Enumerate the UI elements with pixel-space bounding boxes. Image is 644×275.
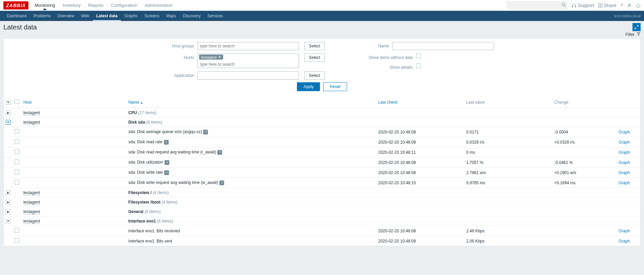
- topnav-item-administration[interactable]: Administration: [145, 1, 172, 10]
- host-link[interactable]: testagent: [23, 110, 40, 115]
- expand-group-icon[interactable]: ▶: [6, 200, 10, 205]
- item-lastcheck: 2020-02-20 10:48:08: [378, 239, 416, 244]
- filter-funnel-icon[interactable]: [637, 32, 641, 37]
- graph-link[interactable]: Graph: [619, 160, 630, 165]
- help-icon[interactable]: ?: [620, 3, 623, 8]
- withoutdata-checkbox[interactable]: [416, 54, 421, 58]
- share-link[interactable]: Z Share: [598, 3, 616, 8]
- subnav-item-web[interactable]: Web: [78, 11, 92, 21]
- item-checkbox[interactable]: [15, 139, 19, 144]
- subnav-item-screens[interactable]: Screens: [141, 11, 163, 21]
- hostgroups-label: Host groups: [150, 42, 194, 48]
- graph-link[interactable]: Graph: [619, 229, 630, 233]
- subnav-item-dashboard[interactable]: Dashboard: [3, 11, 30, 21]
- topnav-item-configuration[interactable]: Configuration: [111, 1, 137, 10]
- application-input[interactable]: [197, 71, 299, 80]
- subnav-item-problems[interactable]: Problems: [30, 11, 54, 21]
- user-icon[interactable]: [627, 3, 632, 8]
- apply-button[interactable]: Apply: [297, 82, 320, 91]
- application-select-button[interactable]: Select: [304, 71, 324, 80]
- expand-group-icon[interactable]: ▶: [6, 190, 10, 195]
- group-row: ▶testagentGeneral (8 Items): [4, 207, 640, 216]
- support-link[interactable]: Support: [572, 3, 594, 8]
- topnav-item-monitoring[interactable]: Monitoring: [35, 1, 55, 10]
- graph-link[interactable]: Graph: [619, 181, 630, 185]
- sort-asc-icon: ▲: [140, 101, 143, 104]
- item-checkbox[interactable]: [15, 238, 19, 243]
- graph-link[interactable]: Graph: [619, 170, 630, 175]
- header-name[interactable]: Name▲: [128, 100, 143, 105]
- host-tag[interactable]: testagent ✕: [199, 55, 223, 60]
- hosts-input[interactable]: testagent ✕: [197, 54, 299, 68]
- expand-group-icon[interactable]: ▶: [6, 110, 10, 115]
- filter-toggle-row: Filter: [0, 32, 644, 38]
- expand-group-icon[interactable]: ▼: [6, 219, 10, 224]
- svg-line-4: [637, 25, 638, 27]
- topnav-item-reports[interactable]: Reports: [88, 1, 104, 10]
- hostgroups-text[interactable]: [199, 43, 297, 49]
- item-change: +0.1694 ms: [554, 181, 576, 185]
- item-checkbox[interactable]: [15, 149, 19, 154]
- subnav-item-graphs[interactable]: Graphs: [121, 11, 141, 21]
- hosts-text[interactable]: [199, 62, 297, 67]
- host-link[interactable]: testagent: [23, 120, 40, 125]
- item-checkbox[interactable]: [15, 129, 19, 134]
- hostgroups-input[interactable]: [197, 42, 299, 50]
- item-checkbox[interactable]: [15, 170, 19, 174]
- global-search[interactable]: [507, 1, 567, 9]
- topnav-item-inventory[interactable]: Inventory: [63, 1, 81, 10]
- power-icon[interactable]: [636, 3, 641, 8]
- subnav-item-maps[interactable]: Maps: [163, 11, 179, 21]
- graph-link[interactable]: Graph: [619, 239, 630, 244]
- subnav-item-overview[interactable]: Overview: [54, 11, 78, 21]
- host-link[interactable]: testagent: [23, 190, 40, 195]
- item-checkbox[interactable]: [15, 180, 19, 185]
- hosts-select-button[interactable]: Select: [304, 54, 324, 62]
- host-link[interactable]: testagent: [23, 209, 40, 214]
- hostgroups-select-button[interactable]: Select: [304, 42, 324, 50]
- hint-icon[interactable]: ?: [217, 150, 222, 155]
- hosts-label: Hosts: [150, 54, 194, 60]
- details-checkbox[interactable]: [416, 63, 421, 68]
- graph-link[interactable]: Graph: [619, 130, 630, 134]
- host-link[interactable]: testagent: [23, 219, 40, 224]
- graph-link[interactable]: Graph: [619, 150, 630, 155]
- subnav-item-discovery[interactable]: Discovery: [179, 11, 204, 21]
- hint-icon[interactable]: ?: [165, 160, 169, 165]
- header-host[interactable]: Host: [23, 100, 32, 105]
- host-link[interactable]: testagent: [23, 200, 40, 205]
- select-all-checkbox[interactable]: [15, 99, 19, 104]
- item-lastvalue: 0 ms: [466, 150, 475, 155]
- logo[interactable]: ZABBIX: [3, 1, 28, 9]
- hint-icon[interactable]: ?: [203, 130, 208, 134]
- host-tag-remove-icon[interactable]: ✕: [218, 55, 221, 59]
- name-input[interactable]: [392, 42, 494, 50]
- item-row: sda: Disk average queue size (avgqu-sz)?…: [4, 127, 640, 137]
- expand-group-icon[interactable]: ▼: [6, 120, 10, 125]
- expand-group-icon[interactable]: ▶: [6, 209, 10, 214]
- expand-all-icon[interactable]: ▼: [6, 100, 10, 105]
- item-lastcheck: 2020-02-20 10:48:08: [378, 160, 416, 165]
- subnav-item-latest-data[interactable]: Latest data: [93, 11, 121, 21]
- support-label: Support: [578, 3, 594, 8]
- item-change: +0.2901 w/s: [554, 170, 576, 175]
- fullscreen-button[interactable]: [632, 23, 641, 31]
- reset-button[interactable]: Reset: [323, 82, 347, 91]
- hint-icon[interactable]: ?: [219, 181, 224, 185]
- header-change: Change: [554, 100, 568, 105]
- top-nav: MonitoringInventoryReportsConfigurationA…: [35, 1, 507, 10]
- hint-icon[interactable]: ?: [164, 140, 169, 145]
- item-row: sda: Disk read rate?2020-02-20 10:48:080…: [4, 137, 640, 147]
- item-name: sda: Disk average queue size (avgqu-sz): [128, 129, 202, 134]
- item-lastvalue: 1.7057 %: [466, 160, 484, 165]
- item-name: Interface eno1: Bits sent: [128, 239, 172, 244]
- svg-line-1: [564, 5, 566, 7]
- search-icon[interactable]: [561, 2, 566, 8]
- item-checkbox[interactable]: [15, 228, 19, 233]
- graph-link[interactable]: Graph: [619, 140, 630, 145]
- subnav-item-services[interactable]: Services: [204, 11, 227, 21]
- item-checkbox[interactable]: [15, 160, 19, 164]
- global-search-input[interactable]: [509, 3, 561, 8]
- header-lastcheck[interactable]: Last check: [378, 100, 398, 105]
- hint-icon[interactable]: ?: [164, 170, 169, 175]
